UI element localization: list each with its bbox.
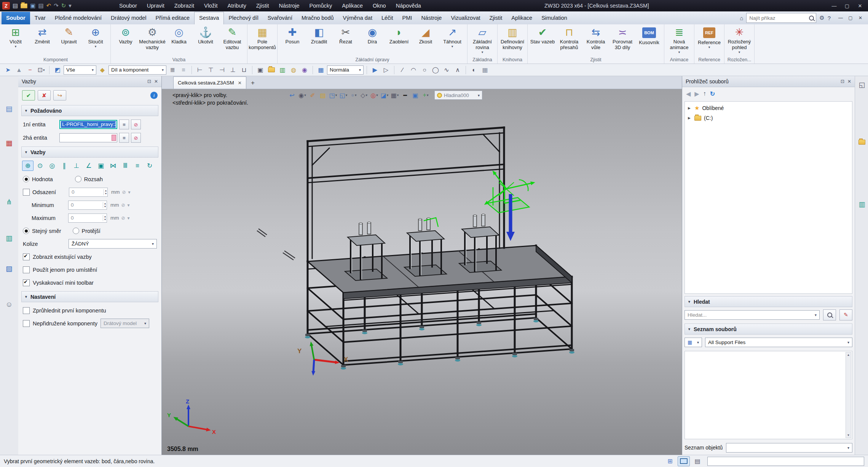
puzzle-icon[interactable]: ◉ [300, 65, 310, 75]
filter-select[interactable]: Vše▾ [64, 65, 96, 75]
object-list-select[interactable]: ▾ [726, 443, 852, 453]
layer-select[interactable]: Hladina000 ▾ [434, 91, 482, 100]
undo-icon[interactable]: ↶ [46, 2, 51, 10]
minimize-icon[interactable]: — [828, 1, 840, 10]
coincident-icon[interactable]: ⊕ [22, 161, 34, 171]
save-icon[interactable]: ▣ [30, 2, 35, 10]
folder-icon[interactable] [266, 65, 276, 75]
offset-checkbox[interactable] [23, 189, 30, 196]
ribbon-button-Posun[interactable]: ✚Posun [279, 25, 306, 57]
float-panel-icon[interactable]: ⊡ [841, 79, 844, 84]
ribbon-button-Rozložený pohled[interactable]: ✳Rozložený pohled▾ [726, 25, 753, 57]
ribbon-tab-Sestava[interactable]: Sestava [194, 12, 224, 25]
pick-parent-icon[interactable]: ▲ [14, 65, 24, 75]
close-panel-icon[interactable]: ✕ [154, 79, 158, 84]
ribbon-tab-PMI[interactable]: PMI [398, 12, 417, 24]
ribbon-button-Vazby[interactable]: ⊚Vazby [112, 25, 139, 57]
tree-item-favorites[interactable]: ▶ ★ Oblíbené [686, 103, 851, 113]
menu-Upravit[interactable]: Upravit [142, 0, 169, 11]
help-icon[interactable]: ? [828, 15, 831, 21]
up-folder-icon[interactable]: ↑ [703, 90, 706, 97]
chevron-down-icon[interactable]: ▾ [128, 215, 130, 221]
spinner[interactable]: ▴▾ [104, 189, 107, 195]
section-file-list[interactable]: ▼ Seznam souborů [685, 324, 852, 335]
value-radio[interactable] [23, 176, 29, 182]
align-bottom-icon[interactable]: ⊔ [239, 65, 249, 75]
placement-only-checkbox[interactable] [23, 266, 30, 273]
wireframe-icon[interactable]: ◇▾ [359, 90, 369, 100]
close-tab-icon[interactable]: ✕ [238, 80, 242, 86]
ribbon-tab-Plechový díl[interactable]: Plechový díl [224, 12, 263, 24]
spline-tool-icon[interactable]: ∿ [442, 65, 452, 75]
triad-icon[interactable]: +▾ [421, 90, 430, 100]
apply-button[interactable]: ↪ [53, 90, 66, 100]
parallel-icon[interactable]: ∥ [59, 161, 70, 171]
remove-red-icon[interactable]: − [25, 65, 35, 75]
new-file-icon[interactable]: ▤ [13, 2, 18, 10]
scrollbar[interactable]: ▲▼ [846, 352, 851, 438]
monitor-icon[interactable] [678, 456, 690, 466]
ribbon-tab-Mračno bodů[interactable]: Mračno bodů [297, 12, 338, 24]
status-input[interactable] [707, 457, 864, 466]
paint-icon[interactable]: ✐ [308, 90, 317, 100]
filter-color-icon[interactable]: ◩ [53, 65, 62, 75]
mdi-minimize-icon[interactable]: — [836, 14, 845, 22]
ribbon-button-Reference[interactable]: REFReference▾ [696, 25, 723, 57]
visibility-icon[interactable]: ◐ [469, 65, 479, 75]
ribbon-tab-Zjistit[interactable]: Zjistit [485, 12, 507, 24]
history-tab-icon[interactable]: ⋔ [3, 196, 15, 207]
entity2-input[interactable] [59, 133, 117, 142]
angle-icon[interactable]: ∠ [83, 161, 94, 171]
collision-select[interactable]: ŽÁDNÝ ▾ [69, 239, 157, 249]
user-tab-icon[interactable]: ☺ [3, 299, 15, 310]
measure-icon[interactable]: ⊘ [121, 215, 125, 221]
align-center-icon[interactable]: ⊤ [206, 65, 216, 75]
entity1-input[interactable]: L-PROFIL_horni_pravy:3 [59, 120, 117, 129]
menu-Okno[interactable]: Okno [368, 0, 391, 11]
menu-Soubor[interactable]: Soubor [114, 0, 142, 11]
document-tab[interactable]: Celková sestava.Z3ASM ✕ [173, 77, 246, 89]
ribbon-button-Stav vazeb[interactable]: ✔Stav vazeb [529, 25, 556, 57]
section-settings[interactable]: ▼ Nastavení [21, 291, 158, 302]
view-face-icon[interactable]: ◱▾ [339, 90, 348, 100]
ribbon-button-Zkosit[interactable]: ◢Zkosit [412, 25, 439, 57]
ribbon-button-Vložit[interactable]: ⊞Vložit▾ [2, 25, 29, 57]
ribbon-tab-Svařování[interactable]: Svařování [263, 12, 297, 24]
arc-tool-icon[interactable]: ◠ [408, 65, 418, 75]
clear-entity-icon[interactable]: ⊘ [131, 120, 141, 129]
chevron-right-icon[interactable]: ▶ [688, 116, 692, 120]
select-filter-icon[interactable]: ➤ [3, 65, 13, 75]
display-mode-icon[interactable]: ◉▾ [298, 90, 307, 100]
ribbon-tab-Drátový model[interactable]: Drátový model [106, 12, 151, 24]
coins-icon[interactable]: ◍ [289, 65, 298, 75]
ribbon-button-Definování knihovny[interactable]: ▥Definování knihovny [499, 25, 526, 57]
offset-input[interactable]: 0 ▴▾ [69, 188, 108, 197]
unassociated-checkbox[interactable] [23, 320, 30, 327]
ribbon-button-Kladka[interactable]: ◎Kladka [166, 25, 192, 57]
sketch-marks[interactable] [257, 229, 295, 260]
entity-type-select[interactable]: Díl a komponent▾ [108, 65, 166, 75]
menu-Zobrazit[interactable]: Zobrazit [169, 0, 199, 11]
range-radio[interactable] [75, 176, 81, 182]
ribbon-button-Táhnout[interactable]: ↗Táhnout▾ [439, 25, 466, 57]
ribbon-tab-Přímá editace[interactable]: Přímá editace [151, 12, 194, 24]
material-icon[interactable]: ▧ [318, 90, 327, 100]
3d-model[interactable] [305, 128, 574, 370]
ribbon-tab-Aplikace[interactable]: Aplikace [507, 12, 537, 24]
line-tool-icon[interactable]: ∕ [397, 65, 407, 75]
menu-Pomůcky[interactable]: Pomůcky [305, 0, 337, 11]
open-folder-icon[interactable] [21, 3, 27, 8]
app-logo-icon[interactable]: Z [2, 2, 10, 10]
refresh-icon[interactable]: ↻ [710, 90, 715, 97]
entity-list-icon[interactable]: ≡ [119, 120, 129, 129]
command-search[interactable] [746, 13, 816, 23]
gear-icon[interactable]: ↻ [144, 161, 155, 171]
symmetry-icon[interactable]: ⋈ [107, 161, 119, 171]
perpendicular-icon[interactable]: ⊥ [71, 161, 82, 171]
section-search[interactable]: ▼ Hledat [685, 296, 852, 307]
tree-item-c-drive[interactable]: ▶ (C:) [686, 113, 851, 123]
show-existing-checkbox[interactable] [23, 253, 30, 260]
book-tab-icon[interactable]: ▥ [3, 232, 15, 244]
cells-icon[interactable]: ⊞ [664, 456, 676, 466]
ribbon-button-Díra[interactable]: ◉Díra [359, 25, 386, 57]
